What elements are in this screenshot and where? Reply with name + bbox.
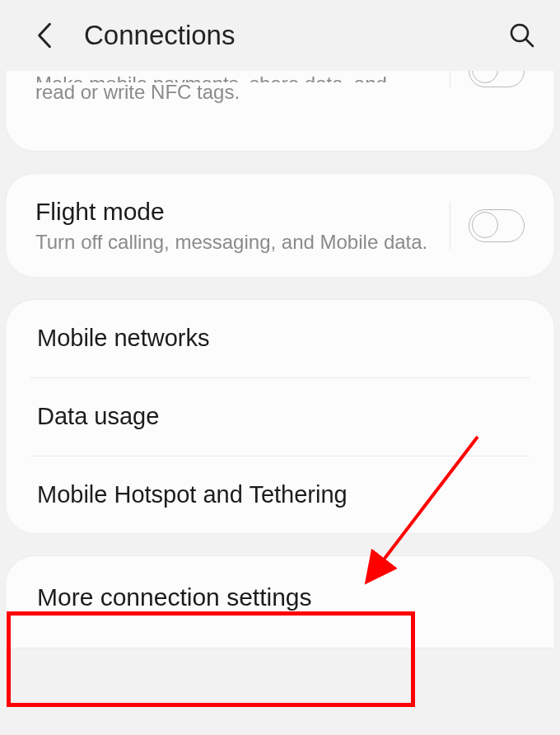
toggle-divider xyxy=(450,71,450,87)
network-list-card: Mobile networks Data usage Mobile Hotspo… xyxy=(5,299,555,534)
toggle-knob xyxy=(472,71,498,83)
nfc-toggle[interactable] xyxy=(469,71,525,87)
mobile-networks-row[interactable]: Mobile networks xyxy=(6,300,554,377)
search-button[interactable] xyxy=(504,17,540,54)
data-usage-label: Data usage xyxy=(37,401,523,433)
data-usage-row[interactable]: Data usage xyxy=(30,377,530,456)
settings-scroll[interactable]: Make mobile payments, share data, and re… xyxy=(0,71,560,648)
nfc-subtitle-line2: read or write NFC tags. xyxy=(35,81,240,103)
flight-mode-title: Flight mode xyxy=(35,195,436,227)
hotspot-tethering-row[interactable]: Mobile Hotspot and Tethering xyxy=(30,456,530,534)
more-connection-settings-label: More connection settings xyxy=(37,581,312,613)
more-connection-settings-card[interactable]: More connection settings xyxy=(5,555,555,648)
toggle-knob xyxy=(472,212,498,238)
svg-point-0 xyxy=(511,25,528,41)
flight-mode-subtitle: Turn off calling, messaging, and Mobile … xyxy=(35,229,436,255)
flight-mode-toggle[interactable] xyxy=(469,209,525,242)
nfc-setting-card[interactable]: Make mobile payments, share data, and re… xyxy=(5,71,555,152)
search-icon xyxy=(509,22,535,49)
chevron-left-icon xyxy=(35,21,54,49)
mobile-networks-label: Mobile networks xyxy=(37,323,523,354)
hotspot-tethering-label: Mobile Hotspot and Tethering xyxy=(37,480,523,511)
page-title: Connections xyxy=(84,20,504,51)
flight-mode-card[interactable]: Flight mode Turn off calling, messaging,… xyxy=(5,173,555,278)
back-button[interactable] xyxy=(26,17,63,54)
svg-line-1 xyxy=(526,40,533,46)
toggle-divider xyxy=(450,202,450,250)
app-header: Connections xyxy=(0,0,560,71)
